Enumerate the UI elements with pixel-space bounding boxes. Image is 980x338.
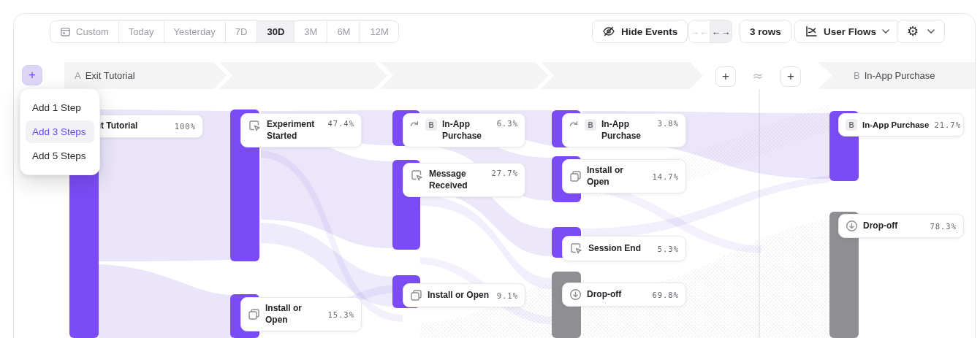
node-card-install-or-open-15[interactable]: Install or Open 15.3% — [240, 297, 362, 331]
node-percent: 14.7% — [652, 172, 679, 181]
node-percent: 78.3% — [930, 222, 957, 231]
node-percent: 15.3% — [327, 310, 354, 319]
cursor-click-icon — [410, 169, 424, 183]
node-percent: 21.7% — [934, 120, 961, 129]
event-b-badge: B — [846, 119, 857, 131]
node-percent: 6.3% — [497, 119, 518, 128]
user-flows-screen: Custom Today Yesterday 7D 30D 3M 6M 12M … — [0, 0, 980, 338]
node-card-drop-off-78[interactable]: Drop-off 78.3% — [838, 214, 964, 238]
node-label: Drop-off — [863, 220, 924, 232]
node-card-drop-off-69[interactable]: Drop-off 69.8% — [562, 283, 686, 307]
node-label: In-App Purchase — [862, 120, 929, 131]
node-label: Session End — [588, 243, 653, 255]
node-card-in-app-purchase-6[interactable]: B In-App Purchase 6.3% — [403, 113, 525, 147]
node-label: In-App Purchase — [601, 119, 653, 142]
node-card-message-received[interactable]: Message Received 27.7% — [403, 163, 525, 197]
cursor-click-icon — [248, 119, 262, 133]
node-label: Drop-off — [587, 289, 647, 301]
node-percent: 9.1% — [497, 291, 518, 300]
drop-off-icon — [846, 220, 858, 232]
node-label: Install or Open — [428, 290, 492, 301]
menu-item-add-3-steps[interactable]: Add 3 Steps — [26, 120, 94, 143]
add-steps-menu: Add 1 Step Add 3 Steps Add 5 Steps — [20, 88, 100, 175]
node-label: Install or Open — [265, 303, 322, 326]
event-b-badge: B — [425, 119, 437, 131]
event-b-badge: B — [585, 119, 596, 131]
cursor-click-icon — [569, 242, 583, 256]
node-percent: 27.7% — [491, 169, 518, 177]
node-percent: 47.4% — [327, 119, 354, 128]
node-card-install-or-open-9[interactable]: Install or Open 9.1% — [403, 283, 525, 307]
node-label: Install or Open — [587, 165, 647, 188]
node-percent: 3.8% — [658, 119, 679, 128]
node-percent: 100% — [175, 122, 196, 131]
node-card-experiment-started[interactable]: Experiment Started 47.4% — [240, 113, 362, 147]
node-card-in-app-purchase-21[interactable]: B In-App Purchase 21.7% — [838, 113, 964, 137]
node-label: In-App Purchase — [442, 119, 492, 142]
node-card-session-end[interactable]: Session End 5.3% — [562, 236, 686, 261]
node-label: Message Received — [429, 169, 486, 191]
trend-arrow-icon — [410, 119, 420, 128]
node-card-in-app-purchase-3[interactable]: B In-App Purchase 3.8% — [562, 113, 686, 147]
layers-icon — [410, 289, 422, 301]
layers-icon — [569, 170, 582, 183]
node-percent: 5.3% — [658, 245, 679, 253]
menu-item-add-5-steps[interactable]: Add 5 Steps — [26, 145, 94, 167]
menu-item-add-1-step[interactable]: Add 1 Step — [26, 96, 94, 119]
drop-off-icon — [569, 288, 582, 301]
trend-arrow-icon — [569, 119, 580, 128]
node-card-install-or-open-14[interactable]: Install or Open 14.7% — [562, 159, 686, 193]
layers-icon — [248, 308, 260, 320]
node-percent: 69.8% — [652, 291, 679, 299]
node-label: Experiment Started — [267, 119, 322, 142]
